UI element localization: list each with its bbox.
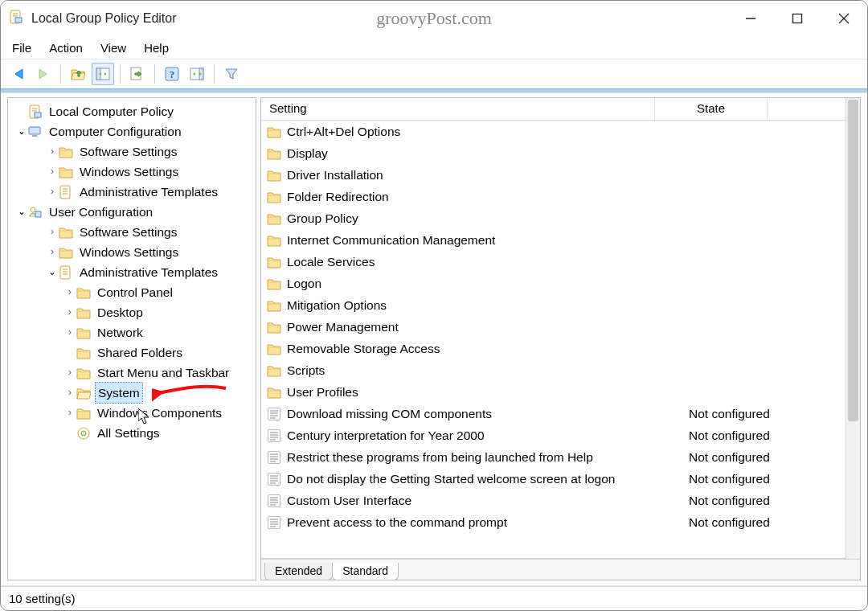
- list-setting-item[interactable]: Century interpretation for Year 2000Not …: [261, 424, 845, 446]
- list-folder-item[interactable]: Mitigation Options: [261, 294, 845, 316]
- tree-network[interactable]: › Network: [13, 322, 256, 342]
- tree-start-menu-taskbar[interactable]: › Start Menu and Taskbar: [13, 363, 256, 383]
- maximize-button[interactable]: [774, 1, 821, 36]
- expand-icon[interactable]: ›: [64, 282, 76, 302]
- list-folder-item[interactable]: Scripts: [261, 359, 845, 381]
- folder-icon: [76, 405, 92, 421]
- tree-cc-admin-templates[interactable]: › Administrative Templates: [13, 182, 256, 202]
- expand-icon[interactable]: ›: [47, 182, 58, 202]
- folder-icon: [76, 305, 92, 321]
- item-name: Ctrl+Alt+Del Options: [287, 125, 665, 139]
- show-hide-console-tree-button[interactable]: [92, 63, 114, 85]
- window-controls: [727, 1, 867, 36]
- tree-label: User Configuration: [47, 202, 155, 222]
- horizontal-scrollbar[interactable]: [261, 558, 831, 559]
- list-folder-item[interactable]: Driver Installation: [261, 164, 845, 186]
- expand-icon[interactable]: ›: [47, 162, 58, 182]
- work-area: Local Computer Policy ⌄ Computer Configu…: [1, 92, 867, 580]
- expand-icon[interactable]: ›: [64, 383, 76, 403]
- scrollbar-thumb[interactable]: [848, 100, 858, 421]
- computer-icon: [27, 124, 43, 140]
- item-state: Not configured: [665, 450, 793, 465]
- vertical-scrollbar[interactable]: [845, 98, 860, 559]
- tree-desktop[interactable]: › Desktop: [13, 302, 256, 322]
- help-button[interactable]: [161, 63, 183, 85]
- tree-uc-admin-templates[interactable]: ⌄ Administrative Templates: [13, 262, 256, 282]
- show-hide-action-pane-button[interactable]: [186, 63, 208, 85]
- tree-label: Computer Configuration: [47, 121, 184, 141]
- export-list-button[interactable]: [126, 63, 149, 85]
- expand-icon[interactable]: ›: [47, 222, 58, 242]
- column-state[interactable]: State: [655, 98, 768, 120]
- tree-label: Control Panel: [95, 282, 175, 302]
- up-one-level-button[interactable]: [67, 63, 89, 85]
- setting-icon: [266, 515, 282, 531]
- collapse-icon[interactable]: ⌄: [16, 202, 27, 222]
- list-setting-item[interactable]: Custom User InterfaceNot configured: [261, 490, 845, 511]
- list-folder-item[interactable]: Internet Communication Management: [261, 229, 845, 251]
- tree-cc-windows-settings[interactable]: › Windows Settings: [13, 162, 256, 182]
- console-tree[interactable]: Local Computer Policy ⌄ Computer Configu…: [13, 101, 256, 443]
- expand-icon[interactable]: ›: [64, 363, 76, 383]
- list-folder-item[interactable]: Display: [261, 142, 845, 164]
- tree-label: Administrative Templates: [77, 182, 220, 202]
- tree-user-configuration[interactable]: ⌄ User Configuration: [13, 202, 256, 222]
- tree-control-panel[interactable]: › Control Panel: [13, 282, 256, 302]
- item-name: Custom User Interface: [287, 494, 665, 508]
- menu-help[interactable]: Help: [144, 41, 169, 55]
- expand-icon[interactable]: ›: [47, 141, 58, 162]
- tree-windows-components[interactable]: › Windows Components: [13, 403, 256, 423]
- tab-extended[interactable]: Extended: [264, 563, 333, 580]
- status-bar: 10 setting(s): [1, 586, 867, 610]
- list-folder-item[interactable]: Power Management: [261, 316, 845, 338]
- tree-shared-folders[interactable]: Shared Folders: [13, 342, 256, 363]
- column-setting[interactable]: Setting: [261, 98, 655, 120]
- tree-uc-windows-settings[interactable]: › Windows Settings: [13, 242, 256, 262]
- expand-icon[interactable]: ›: [47, 242, 58, 262]
- back-button[interactable]: [7, 63, 30, 85]
- tree-cc-software-settings[interactable]: › Software Settings: [13, 141, 256, 162]
- item-state: Not configured: [665, 494, 793, 508]
- tree-all-settings[interactable]: All Settings: [13, 423, 256, 443]
- tab-standard[interactable]: Standard: [332, 563, 399, 580]
- tree-computer-configuration[interactable]: ⌄ Computer Configuration: [13, 121, 256, 141]
- list-folder-item[interactable]: Group Policy: [261, 207, 845, 229]
- app-icon: [9, 10, 23, 27]
- close-button[interactable]: [821, 1, 867, 36]
- minimize-button[interactable]: [727, 1, 774, 36]
- folder-icon: [266, 341, 282, 357]
- item-state: Not configured: [665, 472, 793, 486]
- list-setting-item[interactable]: Download missing COM componentsNot confi…: [261, 403, 845, 424]
- menu-view[interactable]: View: [100, 41, 126, 55]
- list-folder-item[interactable]: Logon: [261, 273, 845, 294]
- settings-listview[interactable]: Setting State Ctrl+Alt+Del OptionsDispla…: [261, 98, 845, 559]
- tree-root[interactable]: Local Computer Policy: [13, 101, 256, 121]
- list-folder-item[interactable]: Removable Storage Access: [261, 338, 845, 359]
- watermark-text: groovyPost.com: [376, 8, 492, 29]
- list-folder-item[interactable]: Folder Redirection: [261, 186, 845, 207]
- folder-icon: [266, 254, 282, 270]
- list-folder-item[interactable]: Locale Services: [261, 251, 845, 273]
- menu-action[interactable]: Action: [49, 41, 83, 55]
- listview-header[interactable]: Setting State: [261, 98, 845, 121]
- filter-button[interactable]: [220, 63, 243, 85]
- list-folder-item[interactable]: User Profiles: [261, 381, 845, 403]
- menu-file[interactable]: File: [12, 41, 31, 55]
- expand-icon[interactable]: ›: [64, 322, 76, 342]
- list-setting-item[interactable]: Do not display the Getting Started welco…: [261, 468, 845, 490]
- tree-uc-software-settings[interactable]: › Software Settings: [13, 222, 256, 242]
- list-folder-item[interactable]: Ctrl+Alt+Del Options: [261, 121, 845, 142]
- tree-system[interactable]: › System: [13, 383, 256, 403]
- expand-icon[interactable]: ›: [64, 403, 76, 423]
- expand-icon[interactable]: ›: [64, 302, 76, 322]
- list-setting-item[interactable]: Prevent access to the command promptNot …: [261, 511, 845, 533]
- item-name: Mitigation Options: [287, 298, 665, 313]
- collapse-icon[interactable]: ⌄: [16, 121, 27, 141]
- item-name: Folder Redirection: [287, 190, 665, 204]
- folder-icon: [266, 189, 282, 205]
- collapse-icon[interactable]: ⌄: [47, 262, 58, 282]
- list-setting-item[interactable]: Restrict these programs from being launc…: [261, 446, 845, 468]
- folder-icon: [266, 146, 282, 162]
- folder-open-icon: [76, 385, 92, 401]
- forward-button[interactable]: [32, 63, 55, 85]
